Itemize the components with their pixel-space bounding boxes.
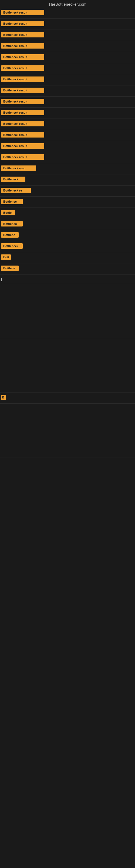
bottleneck-badge-9[interactable]: Bottleneck result xyxy=(1,99,44,104)
row-21: Bottlene xyxy=(0,230,135,241)
row-13: Bottleneck result xyxy=(0,141,135,152)
bottleneck-badge-7[interactable]: Bottleneck result xyxy=(1,76,44,82)
bottleneck-badge-5[interactable]: Bottleneck result xyxy=(1,54,44,60)
bottleneck-badge-23[interactable]: Bott xyxy=(1,254,11,260)
empty-section-5 xyxy=(0,512,135,566)
bottleneck-badge-15[interactable]: Bottleneck resu xyxy=(1,165,36,171)
bottleneck-badge-22[interactable]: Bottleneck xyxy=(1,243,23,249)
bottleneck-badge-12[interactable]: Bottleneck result xyxy=(1,132,44,137)
row-10: Bottleneck result xyxy=(0,108,135,119)
row-4: Bottleneck result xyxy=(0,41,135,52)
row-24: Bottlene xyxy=(0,264,135,275)
row-5: Bottleneck result xyxy=(0,52,135,63)
row-2: Bottleneck result xyxy=(0,19,135,30)
bottleneck-badge-21[interactable]: Bottlene xyxy=(1,232,18,238)
row-11: Bottleneck result xyxy=(0,119,135,130)
bottleneck-badge-8[interactable]: Bottleneck result xyxy=(1,88,44,93)
row-22: Bottleneck xyxy=(0,241,135,252)
bottleneck-badge-2[interactable]: Bottleneck result xyxy=(1,21,44,26)
bottleneck-badge-20[interactable]: Bottlenec xyxy=(1,221,23,226)
row-14: Bottleneck result xyxy=(0,152,135,163)
row-7: Bottleneck result xyxy=(0,74,135,86)
bottleneck-badge-24[interactable]: Bottlene xyxy=(1,266,18,271)
bottleneck-badge-10[interactable]: Bottleneck result xyxy=(1,110,44,115)
row-25: | xyxy=(0,275,135,284)
row-23: Bott xyxy=(0,252,135,264)
bottleneck-badge-11[interactable]: Bottleneck result xyxy=(1,121,44,126)
bottleneck-badge-16[interactable]: Bottleneck xyxy=(1,177,26,182)
row-8: Bottleneck result xyxy=(0,86,135,97)
row-1: Bottleneck result xyxy=(0,8,135,19)
row-12: Bottleneck result xyxy=(0,130,135,141)
row-15: Bottleneck resu xyxy=(0,163,135,175)
row-19: Bottle xyxy=(0,208,135,219)
row-3: Bottleneck result xyxy=(0,30,135,41)
row-16: Bottleneck xyxy=(0,175,135,186)
row-26: B xyxy=(0,393,135,404)
bottleneck-badge-14[interactable]: Bottleneck result xyxy=(1,154,44,160)
empty-section-2 xyxy=(0,338,135,393)
row-18: Bottlenec xyxy=(0,197,135,208)
empty-section-1 xyxy=(0,284,135,338)
row-17: Bottleneck re xyxy=(0,186,135,197)
site-title: TheBottlenecker.com xyxy=(0,0,135,8)
row-6: Bottleneck result xyxy=(0,63,135,74)
bottleneck-badge-19[interactable]: Bottle xyxy=(1,210,15,215)
bottleneck-badge-1[interactable]: Bottleneck result xyxy=(1,10,44,15)
empty-section-4 xyxy=(0,458,135,512)
bottleneck-badge-26[interactable]: B xyxy=(1,395,6,400)
cursor-indicator: | xyxy=(1,278,2,281)
bottleneck-badge-17[interactable]: Bottleneck re xyxy=(1,188,31,193)
row-9: Bottleneck result xyxy=(0,97,135,108)
bottleneck-badge-3[interactable]: Bottleneck result xyxy=(1,32,44,37)
empty-section-3 xyxy=(0,404,135,458)
bottleneck-badge-6[interactable]: Bottleneck result xyxy=(1,65,44,71)
bottleneck-badge-18[interactable]: Bottlenec xyxy=(1,199,23,204)
bottleneck-badge-13[interactable]: Bottleneck result xyxy=(1,143,44,149)
bottleneck-badge-4[interactable]: Bottleneck result xyxy=(1,43,44,49)
site-header: TheBottlenecker.com xyxy=(0,0,135,8)
row-20: Bottlenec xyxy=(0,219,135,230)
